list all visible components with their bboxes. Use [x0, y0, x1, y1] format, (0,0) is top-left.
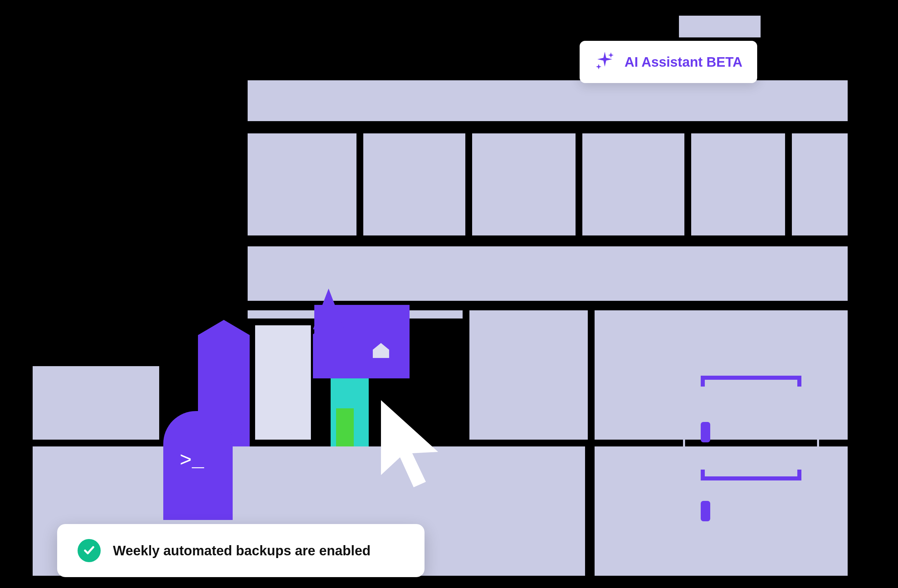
check-circle-icon [78, 539, 101, 562]
decor-block [792, 133, 848, 236]
illustration-stage: >_ [0, 0, 898, 588]
decor-block [363, 133, 465, 236]
svg-point-1 [727, 175, 737, 185]
decor-block [248, 80, 848, 121]
resize-icon [284, 161, 324, 200]
status-toast: Weekly automated backups are enabled [57, 524, 424, 577]
rack-led [701, 422, 710, 442]
decor-green-bar [336, 408, 354, 446]
ai-assistant-badge[interactable]: AI Assistant BETA [580, 41, 758, 83]
decor-block [255, 325, 311, 440]
terminal-prompt-icon: >_ [180, 449, 204, 472]
ai-assistant-label: AI Assistant BETA [624, 54, 743, 70]
decor-block [679, 15, 761, 37]
cursor-icon [374, 393, 456, 498]
rack-shelf [701, 469, 801, 480]
decor-block [469, 310, 588, 440]
rack-shelf [701, 376, 801, 386]
svg-line-7 [741, 189, 747, 195]
rack-led [701, 501, 710, 521]
decor-block [248, 246, 848, 301]
svg-line-9 [717, 189, 723, 195]
clipboard-icon [499, 157, 537, 202]
sparkle-icon [595, 50, 615, 74]
decor-block [33, 366, 159, 440]
svg-line-6 [717, 165, 723, 170]
server-rack-outline [683, 358, 819, 555]
svg-line-8 [741, 165, 747, 170]
gear-icon [707, 155, 757, 204]
toast-message: Weekly automated backups are enabled [113, 543, 371, 559]
decor-block [582, 133, 684, 236]
